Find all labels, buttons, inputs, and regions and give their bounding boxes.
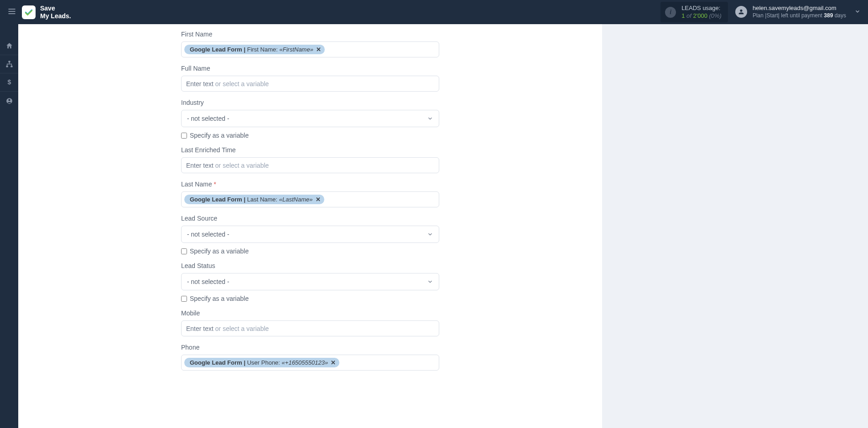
check-industry-variable: Specify as a variable bbox=[181, 132, 439, 139]
top-header: Save My Leads. i LEADS usage: 1 of 2'000… bbox=[0, 0, 868, 24]
checkbox-industry[interactable] bbox=[181, 133, 187, 139]
placeholder-full-name: Enter text or select a variable bbox=[184, 78, 270, 89]
input-first-name[interactable]: Google Lead Form | First Name: «FirstNam… bbox=[181, 41, 439, 57]
usage-total: 2'000 bbox=[693, 12, 707, 19]
avatar-icon bbox=[735, 6, 747, 18]
input-phone[interactable]: Google Lead Form | User Phone: «+1650555… bbox=[181, 355, 439, 371]
check-lead-status-variable: Specify as a variable bbox=[181, 295, 439, 302]
form-fields: First Name Google Lead Form | First Name… bbox=[181, 24, 439, 371]
label-phone: Phone bbox=[181, 344, 439, 351]
checkbox-lead-status[interactable] bbox=[181, 296, 187, 302]
logo-icon[interactable] bbox=[22, 5, 36, 19]
sidebar-item-account[interactable] bbox=[0, 92, 18, 110]
svg-text:$: $ bbox=[7, 78, 11, 86]
svg-point-8 bbox=[8, 99, 10, 101]
field-first-name: First Name Google Lead Form | First Name… bbox=[181, 31, 439, 57]
select-lead-source[interactable]: - not selected - bbox=[181, 226, 439, 243]
user-email: helen.savemyleads@gmail.com bbox=[753, 5, 846, 12]
input-mobile[interactable]: Enter text or select a variable bbox=[181, 320, 439, 336]
usage-of: of bbox=[686, 12, 691, 19]
chevron-down-icon[interactable] bbox=[854, 8, 861, 16]
label-first-name: First Name bbox=[181, 31, 439, 38]
svg-rect-3 bbox=[8, 61, 10, 62]
select-industry-value: - not selected - bbox=[187, 115, 229, 122]
usage-label: LEADS usage: bbox=[681, 5, 722, 12]
field-full-name: Full Name Enter text or select a variabl… bbox=[181, 65, 439, 92]
label-full-name: Full Name bbox=[181, 65, 439, 72]
field-last-enriched: Last Enriched Time Enter text or select … bbox=[181, 146, 439, 173]
label-lead-source: Lead Source bbox=[181, 215, 439, 222]
checkbox-lead-source[interactable] bbox=[181, 248, 187, 254]
usage-widget: i LEADS usage: 1 of 2'000 (0%) bbox=[660, 2, 728, 23]
info-icon: i bbox=[665, 7, 676, 18]
usage-numbers: 1 of 2'000 (0%) bbox=[681, 12, 722, 20]
user-text: helen.savemyleads@gmail.com Plan |Start|… bbox=[753, 5, 846, 19]
sidebar: $ bbox=[0, 24, 18, 428]
field-lead-status: Lead Status - not selected - Specify as … bbox=[181, 262, 439, 302]
tag-remove-icon[interactable]: ✕ bbox=[331, 359, 336, 366]
placeholder-last-enriched: Enter text or select a variable bbox=[184, 160, 270, 171]
brand-line1: Save bbox=[40, 5, 71, 12]
usage-text: LEADS usage: 1 of 2'000 (0%) bbox=[681, 5, 722, 20]
sidebar-item-connections[interactable] bbox=[0, 55, 18, 73]
usage-pct: (0%) bbox=[709, 12, 722, 19]
select-industry[interactable]: - not selected - bbox=[181, 110, 439, 127]
tag-remove-icon[interactable]: ✕ bbox=[316, 46, 321, 53]
tag-phone: Google Lead Form | User Phone: «+1650555… bbox=[184, 358, 339, 367]
input-last-name[interactable]: Google Lead Form | Last Name: «LastName»… bbox=[181, 191, 439, 207]
svg-rect-5 bbox=[10, 66, 12, 67]
usage-current: 1 bbox=[681, 12, 685, 19]
brand-name: Save My Leads. bbox=[40, 5, 71, 20]
hamburger-icon[interactable] bbox=[7, 7, 16, 17]
sidebar-item-billing[interactable]: $ bbox=[0, 73, 18, 92]
user-plan: Plan |Start| left until payment 389 days bbox=[753, 12, 846, 20]
chevron-down-icon bbox=[427, 115, 433, 122]
field-industry: Industry - not selected - Specify as a v… bbox=[181, 99, 439, 139]
field-phone: Phone Google Lead Form | User Phone: «+1… bbox=[181, 344, 439, 371]
label-lead-status: Lead Status bbox=[181, 262, 439, 269]
user-widget[interactable]: helen.savemyleads@gmail.com Plan |Start|… bbox=[735, 5, 846, 19]
tag-first-name: Google Lead Form | First Name: «FirstNam… bbox=[184, 45, 325, 54]
chevron-down-icon bbox=[427, 278, 433, 285]
svg-rect-4 bbox=[6, 66, 8, 67]
input-last-enriched[interactable]: Enter text or select a variable bbox=[181, 157, 439, 173]
checkbox-lead-status-label[interactable]: Specify as a variable bbox=[190, 295, 249, 302]
check-lead-source-variable: Specify as a variable bbox=[181, 248, 439, 255]
sidebar-item-home[interactable] bbox=[0, 37, 18, 55]
label-last-enriched: Last Enriched Time bbox=[181, 146, 439, 154]
select-lead-status-value: - not selected - bbox=[187, 278, 229, 285]
label-industry: Industry bbox=[181, 99, 439, 106]
tag-last-name: Google Lead Form | Last Name: «LastName»… bbox=[184, 195, 324, 204]
placeholder-mobile: Enter text or select a variable bbox=[184, 323, 270, 334]
label-mobile: Mobile bbox=[181, 309, 439, 317]
input-full-name[interactable]: Enter text or select a variable bbox=[181, 76, 439, 92]
select-lead-status[interactable]: - not selected - bbox=[181, 273, 439, 290]
field-last-name: Last Name * Google Lead Form | Last Name… bbox=[181, 180, 439, 207]
tag-remove-icon[interactable]: ✕ bbox=[316, 196, 321, 203]
brand-line2: My Leads. bbox=[40, 12, 71, 20]
required-asterisk: * bbox=[214, 180, 216, 188]
chevron-down-icon bbox=[427, 231, 433, 237]
main-area: First Name Google Lead Form | First Name… bbox=[18, 24, 868, 428]
select-lead-source-value: - not selected - bbox=[187, 231, 229, 238]
checkbox-lead-source-label[interactable]: Specify as a variable bbox=[190, 248, 249, 255]
checkbox-industry-label[interactable]: Specify as a variable bbox=[190, 132, 249, 139]
label-last-name: Last Name * bbox=[181, 180, 439, 188]
field-mobile: Mobile Enter text or select a variable bbox=[181, 309, 439, 336]
field-lead-source: Lead Source - not selected - Specify as … bbox=[181, 215, 439, 255]
form-card: First Name Google Lead Form | First Name… bbox=[18, 24, 602, 428]
